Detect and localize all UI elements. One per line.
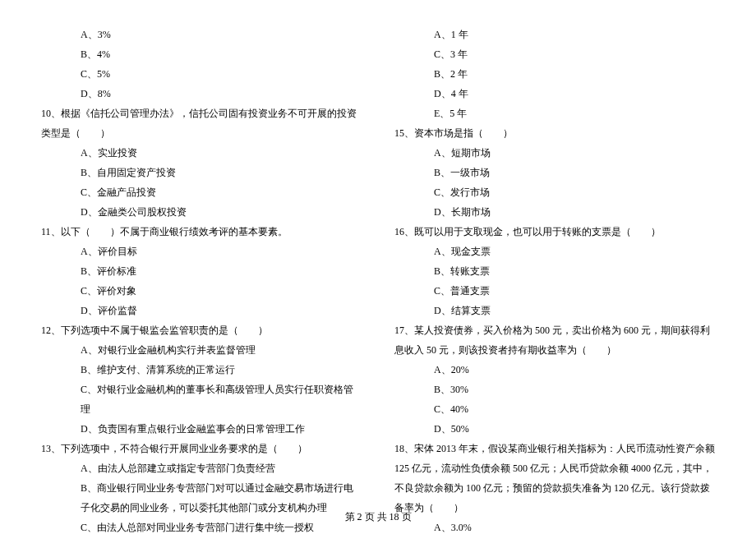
q16-text: 16、既可以用于支取现金，也可以用于转账的支票是（ ）	[394, 222, 715, 242]
q15-opt-b: B、一级市场	[394, 163, 715, 182]
q10-opt-d: D、金融类公司股权投资	[41, 202, 362, 222]
q10-text: 10、根据《信托公司管理办法》，信托公司固有投资业务不可开展的投资类型是（ ）	[41, 104, 362, 143]
q16-opt-d: D、结算支票	[394, 301, 715, 320]
q9-opt-a: A、3%	[41, 25, 362, 44]
q14-opt-d: D、4 年	[394, 84, 715, 104]
q10-opt-a: A、实业投资	[41, 143, 362, 163]
q14-opt-c: C、3 年	[394, 44, 715, 64]
q15-opt-c: C、发行市场	[394, 182, 715, 202]
q11-opt-b: B、评价标准	[41, 261, 362, 281]
q16-opt-c: C、普通支票	[394, 281, 715, 301]
q14-opt-e: E、5 年	[394, 104, 715, 123]
q17-opt-b: B、30%	[394, 380, 715, 399]
q10-opt-c: C、金融产品投资	[41, 182, 362, 202]
page-footer: 第 2 页 共 18 页	[0, 510, 756, 524]
q15-opt-d: D、长期市场	[394, 202, 715, 222]
left-column: A、3% B、4% C、5% D、8% 10、根据《信托公司管理办法》，信托公司…	[41, 25, 362, 534]
q17-opt-d: D、50%	[394, 419, 715, 439]
q9-opt-c: C、5%	[41, 64, 362, 84]
q11-opt-d: D、评价监督	[41, 301, 362, 320]
q15-opt-a: A、短期市场	[394, 143, 715, 163]
q17-opt-c: C、40%	[394, 399, 715, 419]
q10-opt-b: B、自用固定资产投资	[41, 163, 362, 182]
q12-opt-d: D、负责国有重点银行业金融监事会的日常管理工作	[41, 419, 362, 439]
q12-opt-a: A、对银行业金融机构实行并表监督管理	[41, 340, 362, 360]
q12-opt-b: B、维护支付、清算系统的正常运行	[41, 360, 362, 380]
q11-text: 11、以下（ ）不属于商业银行绩效考评的基本要素。	[41, 222, 362, 242]
q16-opt-b: B、转账支票	[394, 261, 715, 281]
q16-opt-a: A、现金支票	[394, 242, 715, 261]
q17-opt-a: A、20%	[394, 360, 715, 380]
q9-opt-d: D、8%	[41, 84, 362, 104]
q13-opt-a: A、由法人总部建立或指定专营部门负责经营	[41, 458, 362, 478]
document-columns: A、3% B、4% C、5% D、8% 10、根据《信托公司管理办法》，信托公司…	[41, 25, 715, 534]
q18-text: 18、宋体 2013 年末，假设某商业银行相关指标为：人民币流动性资产余额 12…	[394, 439, 715, 518]
q11-opt-c: C、评价对象	[41, 281, 362, 301]
q15-text: 15、资本市场是指（ ）	[394, 123, 715, 143]
q12-opt-c: C、对银行业金融机构的董事长和高级管理人员实行任职资格管理	[41, 380, 362, 419]
q11-opt-a: A、评价目标	[41, 242, 362, 261]
q14-opt-b: B、2 年	[394, 64, 715, 84]
q9-opt-b: B、4%	[41, 44, 362, 64]
q12-text: 12、下列选项中不属于银监会监管职责的是（ ）	[41, 320, 362, 340]
q14-opt-a: A、1 年	[394, 25, 715, 44]
right-column: A、1 年 C、3 年 B、2 年 D、4 年 E、5 年 15、资本市场是指（…	[394, 25, 715, 534]
q13-text: 13、下列选项中，不符合银行开展同业业务要求的是（ ）	[41, 439, 362, 458]
q17-text: 17、某人投资债券，买入价格为 500 元，卖出价格为 600 元，期间获得利息…	[394, 320, 715, 360]
